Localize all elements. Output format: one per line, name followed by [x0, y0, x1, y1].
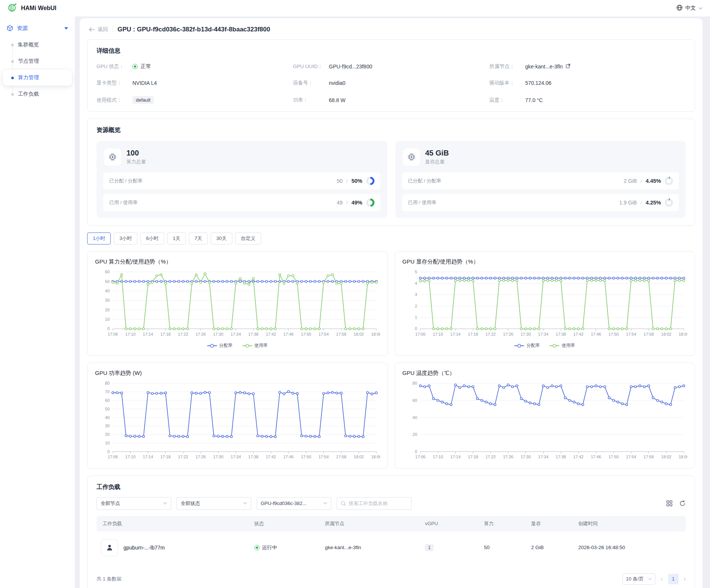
time-tab-1[interactable]: 1小时	[87, 233, 111, 244]
field-value: nvidia0	[329, 80, 345, 86]
sidebar-item-2[interactable]: 节点管理	[3, 53, 72, 69]
gpu-filter-select[interactable]: GPU-f9cd036c-382...	[257, 497, 331, 510]
page-number-1[interactable]: 1	[668, 574, 679, 584]
node-link-text[interactable]: gke-kant...e-3fln	[525, 64, 563, 70]
column-header: 创建时间	[574, 516, 686, 532]
overview-card-header: 100算力总量	[103, 147, 380, 168]
svg-text:0: 0	[107, 326, 110, 331]
chart-title: GPU 功率趋势 (W)	[95, 370, 380, 377]
svg-text:17:50: 17:50	[608, 332, 618, 336]
sidebar-item-3[interactable]: 算力管理	[3, 70, 72, 86]
svg-text:0: 0	[107, 449, 110, 454]
sidebar-item-1[interactable]: 集群概览	[3, 37, 72, 53]
sidebar-item-label: 集群概览	[18, 41, 39, 48]
chart-title: GPU 显存分配/使用趋势（%）	[403, 258, 688, 265]
column-header: 所属节点	[321, 516, 421, 532]
value-separator: /	[640, 200, 642, 206]
page-title: GPU : GPU-f9cd036c-382f-b13d-443f-8baac3…	[117, 26, 270, 33]
chart-legend: 分配率使用率	[403, 342, 688, 352]
legend-label: 使用率	[561, 342, 575, 349]
svg-text:17:22: 17:22	[178, 455, 188, 459]
chart-legend: 分配率使用率	[95, 342, 380, 352]
sidebar-section-resources[interactable]: 资源	[0, 20, 75, 36]
detail-field: 设备号：nvidia0	[293, 80, 489, 86]
workload-name-group: gpuburn-...-lb77m	[101, 539, 245, 556]
svg-text:17:50: 17:50	[608, 455, 618, 459]
svg-text:17:54: 17:54	[626, 332, 636, 336]
svg-text:17:06: 17:06	[108, 455, 118, 459]
column-settings-icon[interactable]	[666, 500, 673, 507]
field-label: GPU 状态：	[97, 63, 132, 70]
time-tab-2[interactable]: 3小时	[114, 233, 137, 244]
metric-percent: 49%	[351, 200, 362, 206]
time-tab-3[interactable]: 6小时	[140, 233, 164, 244]
workloads-table-header: 工作负载状态所属节点vGPU算力显存创建时间	[97, 516, 686, 532]
external-link-icon[interactable]	[566, 64, 570, 70]
metric-label: 已分配 / 分配率	[109, 178, 143, 184]
svg-text:10: 10	[105, 441, 110, 445]
workloads-title: 工作负载	[97, 483, 686, 491]
time-tab-6[interactable]: 30天	[211, 233, 232, 244]
node-filter-value: 全部节点	[101, 500, 120, 507]
metric-value: 1.9 GiB	[619, 200, 637, 206]
field-label: 显卡类型：	[97, 80, 132, 86]
overview-metric-row: 已用 / 使用率1.9 GiB/4.25%	[402, 194, 679, 211]
next-page-button[interactable]: ›	[684, 576, 686, 582]
node-cell: gke-kant...e-3fln	[321, 532, 421, 564]
svg-text:17:14: 17:14	[143, 332, 153, 336]
detail-card: 详细信息 GPU 状态：正常GPU UUID：GPU-f9cd...23f800…	[87, 39, 695, 112]
legend-item-分配率[interactable]: 分配率	[207, 342, 233, 349]
svg-text:17:26: 17:26	[503, 455, 513, 459]
metric-label: 已用 / 使用率	[408, 199, 437, 206]
status-text: 正常	[141, 63, 151, 70]
detail-field: 驱动版本：570.124.06	[489, 80, 686, 86]
chart-plot: 0102030405060708017:0617:1017:1417:1817:…	[95, 378, 380, 463]
time-tab-7[interactable]: 自定义	[235, 233, 261, 244]
detail-field: 使用模式：default	[97, 96, 293, 104]
total-value: 45 GiB	[425, 149, 449, 157]
svg-text:1: 1	[414, 315, 417, 320]
refresh-icon[interactable]	[679, 500, 686, 507]
globe-icon	[676, 4, 683, 12]
svg-text:17:22: 17:22	[178, 332, 188, 336]
status-filter-select[interactable]: 全部状态	[177, 497, 251, 510]
column-header: 显存	[527, 516, 574, 532]
total-label: 显存总量	[425, 158, 449, 165]
svg-text:17:22: 17:22	[485, 455, 495, 459]
overview-totals: 100算力总量	[126, 149, 146, 165]
brand: HAMi WebUI	[7, 3, 56, 14]
top-bar: HAMi WebUI 中文	[0, 0, 710, 16]
svg-text:18:06: 18:06	[371, 332, 380, 336]
sidebar-item-4[interactable]: 工作负载	[3, 86, 72, 102]
chevron-down-icon	[698, 7, 703, 10]
app-title: HAMi WebUI	[21, 5, 56, 12]
workloads-filters: 全部节点 全部状态 GPU-f9cd036c-382...	[97, 497, 686, 510]
svg-text:17:30: 17:30	[520, 455, 530, 459]
workload-search-input[interactable]	[349, 501, 405, 506]
workload-name[interactable]: gpuburn-...-lb77m	[123, 545, 165, 551]
sidebar-item-label: 工作负载	[18, 91, 39, 98]
legend-item-分配率[interactable]: 分配率	[514, 342, 540, 349]
overview-metric-row: 已分配 / 分配率50/50%	[103, 172, 380, 190]
svg-text:60: 60	[105, 398, 110, 403]
pagination: 10 条/页 ‹ 1 ›	[622, 573, 686, 585]
time-tab-5[interactable]: 7天	[189, 233, 208, 244]
metric-label: 已分配 / 分配率	[408, 178, 441, 184]
node-filter-select[interactable]: 全部节点	[97, 497, 171, 510]
page-size-select[interactable]: 10 条/页	[622, 573, 655, 585]
back-button[interactable]: 返回	[89, 26, 108, 33]
legend-item-使用率[interactable]: 使用率	[242, 342, 268, 349]
item-dot-icon	[11, 60, 14, 63]
table-row[interactable]: gpuburn-...-lb77m运行中gke-kant...e-3fln150…	[97, 532, 686, 564]
field-value: default	[132, 96, 154, 104]
svg-text:17:58: 17:58	[336, 332, 346, 336]
chart-plot: 02040608017:0617:1017:1417:1817:2217:261…	[403, 378, 688, 463]
legend-label: 分配率	[526, 342, 540, 349]
language-switcher[interactable]: 中文	[676, 4, 703, 12]
svg-text:17:46: 17:46	[591, 332, 601, 336]
detail-field: GPU 状态：正常	[97, 63, 293, 70]
prev-page-button[interactable]: ‹	[661, 576, 662, 582]
content-area: 返回 GPU : GPU-f9cd036c-382f-b13d-443f-8ba…	[75, 16, 710, 588]
time-tab-4[interactable]: 1天	[167, 233, 186, 244]
legend-item-使用率[interactable]: 使用率	[550, 342, 575, 349]
